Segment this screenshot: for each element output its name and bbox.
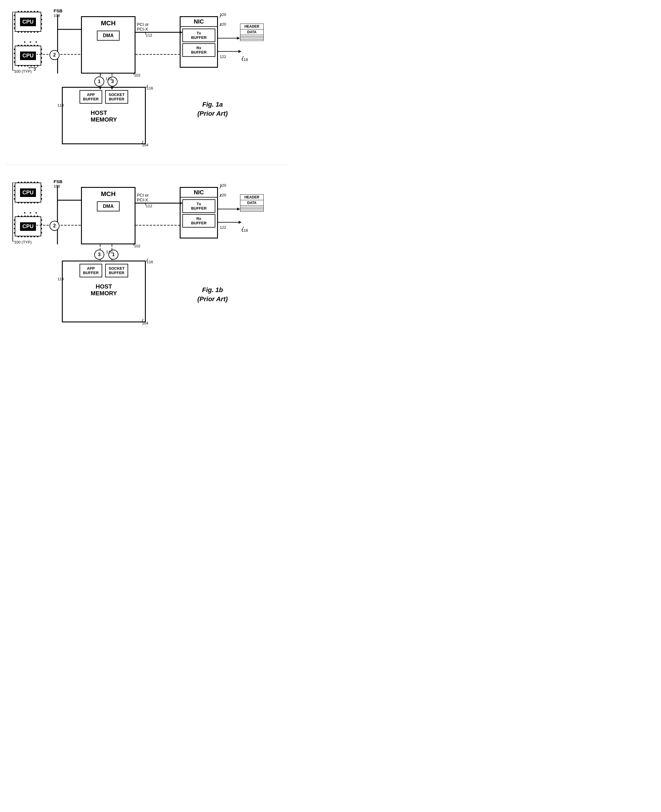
- circle-1: 1: [94, 76, 104, 86]
- diagram-container: CPU . . . CPU J: [6, 6, 289, 342]
- pci-label-2: PCI or PCI-X: [137, 193, 149, 202]
- svg-line-24: [133, 72, 135, 75]
- circle-3b: 3: [94, 250, 104, 260]
- socket-buffer-2: SOCKETBUFFER: [105, 264, 128, 277]
- tx-buffer-2: TxBUFFER: [182, 199, 216, 213]
- label-114b: 114: [57, 277, 64, 281]
- ellipsis-2: . . .: [24, 206, 38, 215]
- nic-label-2: NIC: [180, 188, 217, 197]
- host-memory: HOSTMEMORY: [91, 110, 117, 123]
- dma-label: DMA: [97, 30, 119, 41]
- packet-stack: HEADER DATA: [240, 24, 263, 41]
- svg-line-22: [241, 56, 244, 60]
- svg-line-44: [241, 227, 244, 231]
- mch-label-2: MCH: [101, 190, 115, 198]
- svg-line-23: [146, 85, 148, 88]
- svg-marker-39: [239, 221, 241, 224]
- fsb-num-2: 108: [54, 184, 60, 188]
- dma-label-2: DMA: [97, 201, 119, 212]
- fsb-label: FSB: [54, 8, 62, 13]
- svg-marker-14: [238, 50, 241, 53]
- pci-label: PCI or PCI-X: [137, 22, 149, 32]
- nic-box-2: NIC TxBUFFER RxBUFFER: [180, 187, 218, 239]
- svg-marker-12: [237, 37, 240, 40]
- rx-buffer: RxBUFFER: [182, 43, 216, 57]
- diagram-1b: CPU . . . CPU 100 (: [6, 177, 289, 342]
- memory-box: APPBUFFER SOCKETBUFFER HOSTMEMORY: [62, 87, 146, 144]
- cpu-label-4: CPU: [19, 222, 37, 231]
- label-122b: 122: [220, 225, 226, 230]
- mch-box-2: MCH DMA: [81, 187, 136, 244]
- label-114: 114: [57, 103, 64, 107]
- svg-marker-18: [29, 67, 29, 69]
- svg-line-25: [142, 141, 143, 144]
- nic-label: NIC: [180, 17, 217, 27]
- cpu-label-2: CPU: [19, 51, 37, 61]
- host-memory-2: HOSTMEMORY: [91, 283, 117, 297]
- fig-caption-1b: Fig. 1b (Prior Art): [197, 286, 228, 304]
- data-label-2: DATA: [240, 200, 263, 206]
- svg-line-43: [220, 194, 222, 197]
- ellipsis-1: . . .: [24, 35, 38, 45]
- label-110b: 110: [106, 250, 113, 254]
- nic-box: NIC TxBUFFER RxBUFFER: [180, 16, 218, 68]
- svg-line-47: [142, 319, 143, 322]
- svg-line-20: [220, 14, 222, 18]
- tx-buffer: TxBUFFER: [182, 29, 216, 42]
- cpu-label-3: CPU: [19, 188, 37, 197]
- cpu-box-2: CPU: [15, 46, 41, 66]
- fsb-num: 108: [54, 13, 60, 18]
- fig-caption-1a: Fig. 1a (Prior Art): [197, 100, 228, 118]
- circle-2: 2: [49, 50, 59, 60]
- svg-marker-37: [237, 207, 240, 210]
- cpu-box-4: CPU: [15, 217, 41, 236]
- label-110: 110: [105, 76, 112, 81]
- circle-2b: 2: [49, 221, 59, 231]
- app-buffer-2: APPBUFFER: [80, 264, 102, 277]
- svg-line-42: [220, 185, 222, 188]
- packet-stack-2: HEADER DATA: [240, 194, 263, 212]
- cpu-label-1: CPU: [19, 17, 37, 27]
- page: CPU . . . CPU J: [0, 0, 295, 347]
- memory-box-2: APPBUFFER SOCKETBUFFER HOSTMEMORY: [62, 261, 146, 322]
- fsb-label-2: FSB: [54, 179, 62, 184]
- socket-buffer: SOCKETBUFFER: [105, 90, 128, 103]
- svg-line-46: [133, 243, 135, 245]
- cpu-box-3: CPU: [15, 183, 41, 202]
- diagram-1a: CPU . . . CPU J: [6, 6, 289, 165]
- label-122: 122: [220, 54, 226, 59]
- data-label: DATA: [240, 29, 263, 35]
- header-label-2: HEADER: [240, 194, 263, 200]
- svg-line-21: [220, 24, 222, 26]
- mch-label: MCH: [101, 19, 115, 27]
- header-label: HEADER: [240, 24, 263, 29]
- svg-line-45: [146, 258, 148, 261]
- app-buffer: APPBUFFER: [80, 90, 102, 103]
- rx-buffer-2: RxBUFFER: [182, 214, 216, 228]
- cpu-box-1: CPU: [15, 12, 41, 32]
- mch-box: MCH DMA: [81, 16, 136, 73]
